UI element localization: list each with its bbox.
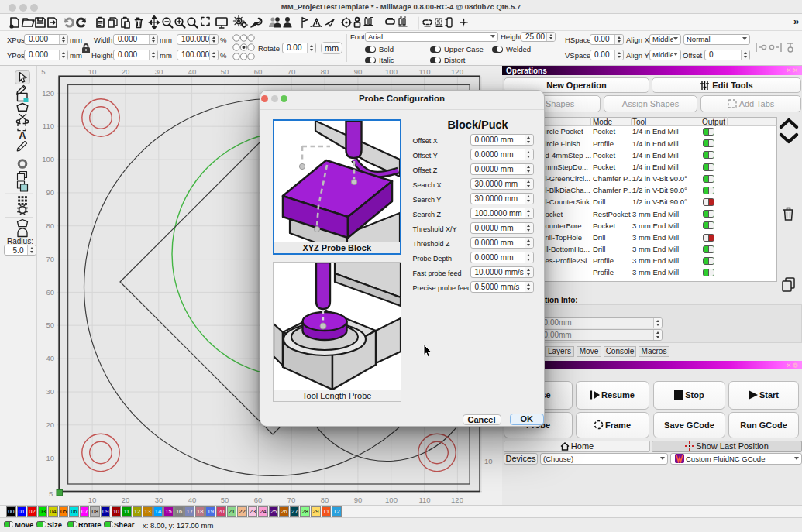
svg-text:50: 50 — [221, 67, 229, 76]
svg-text:110: 110 — [43, 122, 54, 130]
svg-text:20: 20 — [46, 420, 54, 429]
svg-text:100: 100 — [385, 496, 398, 504]
svg-text:30: 30 — [155, 496, 163, 504]
svg-text:90: 90 — [354, 496, 363, 504]
svg-text:10: 10 — [484, 457, 493, 465]
svg-text:120: 120 — [451, 67, 463, 76]
svg-text:70: 70 — [287, 67, 296, 76]
svg-text:30: 30 — [155, 67, 163, 76]
svg-text:120: 120 — [451, 496, 463, 504]
svg-text:120: 120 — [42, 89, 54, 98]
svg-text:80: 80 — [321, 496, 329, 504]
svg-text:90: 90 — [354, 67, 363, 76]
svg-text:10: 10 — [88, 496, 97, 504]
svg-text:70: 70 — [287, 496, 296, 504]
svg-text:40: 40 — [188, 496, 197, 504]
svg-text:70: 70 — [46, 255, 54, 263]
svg-text:40: 40 — [46, 354, 54, 362]
svg-text:100: 100 — [385, 67, 398, 76]
svg-text:30: 30 — [46, 387, 54, 396]
svg-text:50: 50 — [221, 496, 229, 504]
svg-text:60: 60 — [46, 288, 54, 297]
svg-text:10: 10 — [88, 67, 97, 76]
svg-text:50: 50 — [46, 321, 54, 329]
svg-text:A: A — [19, 130, 26, 141]
svg-text:20: 20 — [122, 496, 130, 504]
svg-text:80: 80 — [46, 221, 54, 230]
svg-text:60: 60 — [254, 67, 263, 76]
svg-text:110: 110 — [418, 67, 430, 76]
svg-text:110: 110 — [418, 496, 430, 504]
svg-text:60: 60 — [254, 496, 263, 504]
svg-text:40: 40 — [188, 67, 197, 76]
svg-text:100: 100 — [42, 155, 54, 163]
svg-text:90: 90 — [46, 188, 54, 197]
svg-text:10: 10 — [46, 454, 54, 462]
svg-text:5: 5 — [41, 67, 45, 76]
svg-text:80: 80 — [321, 67, 329, 76]
svg-text:5: 5 — [49, 489, 53, 498]
svg-text:20: 20 — [122, 67, 130, 76]
